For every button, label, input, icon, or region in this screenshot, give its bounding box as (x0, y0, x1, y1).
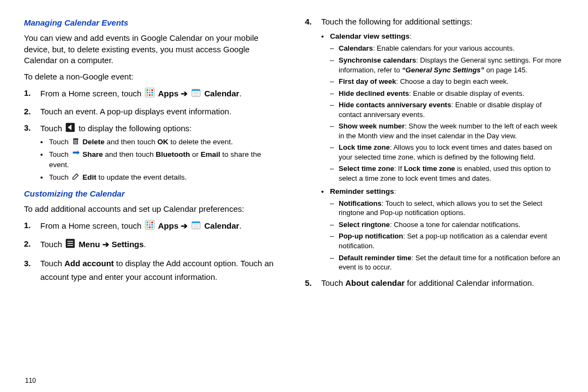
step-number: 5. (305, 278, 312, 289)
punct: . (144, 239, 146, 248)
item-week-number: Show week number: Show the week number t… (330, 121, 564, 140)
share-icon (72, 150, 79, 160)
paragraph-intro: You can view and add events in Google Ca… (24, 33, 283, 66)
step-text: Touch (40, 123, 64, 132)
reminder-items: Notifications: Touch to select, which al… (330, 199, 564, 272)
arrow-icon: ➔ (181, 89, 188, 98)
paragraph-customize-lead: To add additional accounts and set up Ca… (24, 204, 283, 215)
item-hide-anniv: Hide contacts anniversary events: Enable… (330, 100, 564, 119)
managing-steps: 1. From a Home screen, touch Apps ➔ Cale… (24, 88, 283, 183)
group-reminder: Reminder settings: Notifications: Touch … (321, 187, 564, 272)
bullet-edit: Touch Edit to update the event details. (40, 173, 283, 183)
calendar-label: Calendar (204, 89, 239, 98)
paragraph-delete-lead: To delete a non-Google event: (24, 71, 283, 82)
bullet-delete: Touch Delete and then touch OK to delete… (40, 137, 283, 148)
bullet-share: Touch Share and then touch Bluetooth or … (40, 150, 283, 170)
cstep-1: 1. From a Home screen, touch Apps ➔ Cale… (24, 220, 283, 232)
calendar-icon (191, 88, 201, 100)
apps-label: Apps (158, 89, 179, 98)
item-ringtone: Select ringtone: Choose a tone for calen… (330, 220, 564, 230)
item-hide-declined: Hide declined events: Enable or disable … (330, 89, 564, 99)
trash-icon (72, 137, 79, 148)
step-3: 3. Touch to display the following option… (24, 122, 283, 183)
step-number: 2. (24, 106, 31, 117)
step-text: Touch (40, 239, 64, 248)
arrow-icon: ➔ (181, 221, 188, 230)
back-icon (65, 122, 75, 135)
step-number: 4. (305, 16, 312, 27)
step-number: 1. (24, 88, 31, 99)
step-text: Touch (321, 278, 345, 287)
calendar-view-items: Calendars: Enable calendars for your var… (330, 44, 564, 183)
step-2: 2. Touch an event. A pop-up displays eve… (24, 106, 283, 117)
left-column: Managing Calendar Events You can view an… (24, 15, 283, 294)
menu-icon (65, 238, 75, 251)
document-page: Managing Calendar Events You can view an… (0, 0, 588, 298)
step-1: 1. From a Home screen, touch Apps ➔ Cale… (24, 88, 283, 100)
apps-icon (145, 88, 155, 100)
step-3-bullets: Touch Delete and then touch OK to delete… (40, 137, 283, 183)
page-number: 110 (25, 377, 36, 384)
punct: . (239, 89, 241, 98)
step-number: 3. (24, 122, 31, 133)
cstep-2: 2. Touch Menu ➔ Settings. (24, 238, 283, 251)
heading-customizing: Customizing the Calendar (24, 188, 283, 199)
item-popup: Pop-up notification: Set a pop-up notifi… (330, 231, 564, 250)
menu-label: Menu (78, 239, 100, 248)
step-text: From a Home screen, touch (40, 89, 144, 98)
settings-label: Settings (112, 239, 144, 248)
customizing-steps: 1. From a Home screen, touch Apps ➔ Cale… (24, 220, 283, 284)
group-calendar-view: Calendar view settings: Calendars: Enabl… (321, 32, 564, 183)
step-number: 3. (24, 256, 31, 271)
step-5: 5. Touch About calendar for additional C… (305, 278, 564, 289)
step-text: Touch the following for additional setti… (321, 17, 473, 26)
apps-icon (145, 220, 155, 232)
step-4: 4. Touch the following for additional se… (305, 16, 564, 272)
punct: . (239, 221, 241, 230)
step-text: Touch (40, 259, 64, 268)
right-column: 4. Touch the following for additional se… (305, 15, 564, 294)
calendar-icon (191, 220, 201, 232)
heading-managing: Managing Calendar Events (24, 17, 283, 28)
step-text-tail: to display the following options: (78, 123, 192, 132)
right-steps: 4. Touch the following for additional se… (305, 16, 564, 289)
step-text: From a Home screen, touch (40, 221, 144, 230)
step-number: 2. (24, 238, 31, 249)
arrow-icon: ➔ (102, 239, 109, 248)
item-select-tz: Select time zone: If Lock time zone is e… (330, 164, 564, 183)
item-lock-tz: Lock time zone: Allows you to lock event… (330, 143, 564, 162)
step-4-groups: Calendar view settings: Calendars: Enabl… (321, 32, 564, 272)
item-calendars: Calendars: Enable calendars for your var… (330, 44, 564, 53)
item-sync: Synchronise calendars: Displays the Gene… (330, 56, 564, 75)
calendar-label: Calendar (204, 221, 239, 230)
step-text: Touch an event. A pop-up displays event … (40, 107, 231, 116)
item-notifications: Notifications: Touch to select, which al… (330, 199, 564, 218)
item-default-time: Default reminder time: Set the default t… (330, 253, 564, 272)
cstep-3: 3. Touch Add account to display the Add … (24, 256, 283, 284)
apps-label: Apps (158, 221, 179, 230)
edit-icon (72, 173, 79, 183)
step-number: 1. (24, 220, 31, 231)
item-first-day: First day of week: Choose a day to begin… (330, 77, 564, 87)
